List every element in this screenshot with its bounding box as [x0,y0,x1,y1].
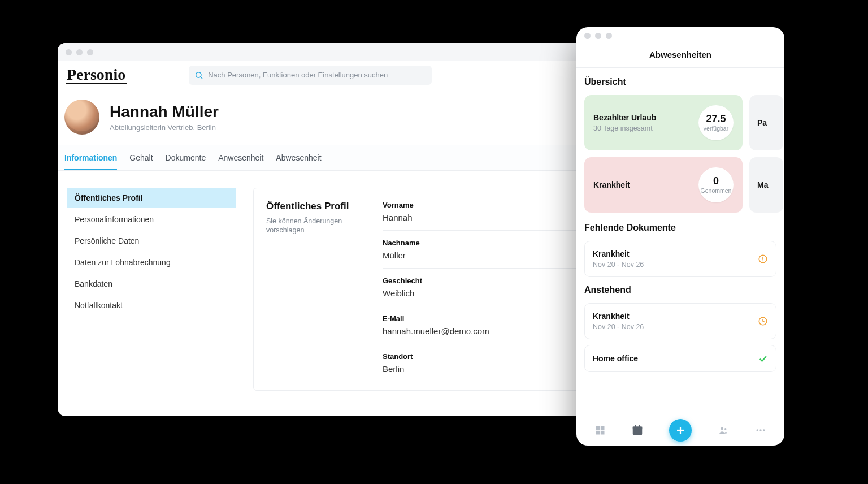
summary-value: 0 [713,176,719,186]
window-dot-close[interactable] [66,49,72,55]
mobile-titlebar [576,27,784,44]
tab-abwesenheit[interactable]: Abwesenheit [276,145,321,170]
profile-field[interactable]: StandortBerlin [383,352,580,382]
search-box[interactable] [189,66,432,85]
svg-rect-7 [601,426,605,430]
tab-gehalt[interactable]: Gehalt [129,145,153,170]
list-item[interactable]: KrankheitNov 20 - Nov 26 [584,303,776,339]
overview-cards: Bezahlter Urlaub30 Tage insgesamt27.5ver… [584,95,776,213]
alert-icon [758,254,768,264]
grid-icon [594,425,606,436]
window-dot-max[interactable] [87,49,93,55]
svg-line-1 [201,76,202,78]
plus-icon [675,425,685,435]
missing-docs-list: KrankheitNov 20 - Nov 26 [584,241,776,277]
item-sub: Nov 20 - Nov 26 [593,323,644,331]
profile-header: Hannah Müller Abteilungsleiterin Vertrie… [58,89,600,145]
tabbar-dashboard[interactable] [594,425,606,436]
desktop-app-window: Personio Hannah Müller Abteilungsleiteri… [58,43,600,416]
summary-card-peek[interactable]: Ma [749,157,783,213]
tabbar-more[interactable] [755,425,766,436]
summary-card-title: Bezahlter Urlaub [593,113,656,122]
profile-field[interactable]: NachnameMüller [383,239,580,269]
field-label: Nachname [383,239,580,247]
sidebar-item[interactable]: Personalinformationen [67,209,236,230]
summary-card[interactable]: Bezahlter Urlaub30 Tage insgesamt27.5ver… [584,95,743,150]
summary-card-peek[interactable]: Pa [749,95,783,150]
list-item[interactable]: Home office [584,345,776,372]
profile-field[interactable]: GeschlechtWeiblich [383,276,580,306]
sidebar-item[interactable]: Notfallkontakt [67,295,236,316]
field-value: Hannah [383,213,580,222]
svg-point-19 [760,429,761,431]
svg-point-16 [721,427,723,430]
tab-anwesenheit[interactable]: Anwesenheit [218,145,263,170]
search-icon [194,71,203,80]
pending-title: Anstehend [584,285,776,295]
svg-point-18 [756,429,758,431]
svg-rect-9 [601,430,605,434]
field-value: hannah.mueller@demo.com [383,326,580,336]
tabbar-people[interactable] [717,425,730,435]
tabbar-calendar[interactable] [631,424,644,437]
people-icon [717,425,730,435]
profile-tabs: InformationenGehaltDokumenteAnwesenheitA… [58,145,600,171]
topbar: Personio [58,61,600,89]
svg-point-0 [196,72,201,77]
section-sidebar: Öffentliches ProfilPersonalinformationen… [67,188,236,391]
sidebar-item[interactable]: Persönliche Daten [67,231,236,251]
summary-value: 27.5 [706,114,726,124]
svg-point-20 [763,429,765,431]
window-dot-max[interactable] [606,33,612,39]
svg-rect-6 [596,426,600,430]
content-area: Öffentliches ProfilPersonalinformationen… [58,171,600,391]
item-sub: Nov 20 - Nov 26 [593,261,644,269]
svg-point-17 [724,428,726,430]
field-label: E-Mail [383,314,580,323]
overview-title: Übersicht [584,77,776,87]
summary-card-title: Ma [757,180,768,189]
profile-name: Hannah Müller [110,103,219,121]
summary-card-title: Pa [757,118,767,127]
summary-label: Genommen [701,187,732,194]
summary-card[interactable]: Krankheit0Genommen [584,157,743,213]
summary-label: verfügbar [704,125,728,132]
svg-point-4 [762,261,763,262]
brand-logo[interactable]: Personio [66,67,127,84]
item-title: Krankheit [593,312,644,321]
tabbar-add-button[interactable] [669,419,692,442]
fields-list: VornameHannahNachnameMüllerGeschlechtWei… [383,201,580,390]
field-label: Vorname [383,201,580,209]
field-value: Weiblich [383,288,580,298]
window-dot-close[interactable] [584,33,591,39]
avatar[interactable] [64,100,99,135]
search-input[interactable] [208,71,426,79]
item-title: Home office [593,354,638,363]
mobile-app-window: Abwesenheiten Übersicht Bezahlter Urlaub… [576,27,784,446]
summary-card-title: Krankheit [593,180,630,189]
profile-field[interactable]: VornameHannah [383,201,580,231]
window-dot-min[interactable] [595,33,601,39]
field-value: Müller [383,250,580,260]
svg-rect-11 [633,426,643,429]
calendar-icon [631,424,644,437]
list-item[interactable]: KrankheitNov 20 - Nov 26 [584,241,776,277]
sidebar-item[interactable]: Öffentliches Profil [67,188,236,208]
window-dot-min[interactable] [76,49,83,55]
field-value: Berlin [383,364,580,374]
mobile-body: Übersicht Bezahlter Urlaub30 Tage insges… [576,68,784,414]
more-icon [755,425,766,436]
tab-dokumente[interactable]: Dokumente [166,145,206,170]
sidebar-item[interactable]: Bankdaten [67,274,236,294]
mobile-header-title: Abwesenheiten [576,44,784,68]
details-hint: Sie können Änderungen vorschlagen [266,217,368,235]
mobile-tabbar [576,414,784,446]
profile-field[interactable]: E-Mailhannah.mueller@demo.com [383,314,580,344]
field-label: Standort [383,352,580,361]
tab-informationen[interactable]: Informationen [64,145,117,170]
details-panel: Öffentliches Profil Sie können Änderunge… [253,188,593,391]
sidebar-item[interactable]: Daten zur Lohnabrechnung [67,252,236,273]
item-title: Krankheit [593,249,644,258]
summary-card-sub: 30 Tage insgesamt [593,124,656,132]
clock-icon [758,316,768,326]
